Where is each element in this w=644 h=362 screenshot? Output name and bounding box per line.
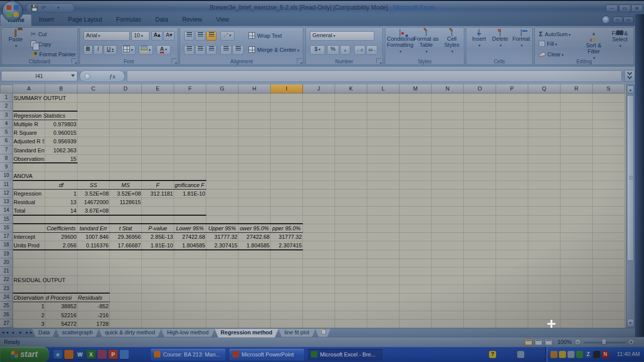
row-header-21[interactable]: 21: [0, 267, 13, 276]
cell-A4[interactable]: Multiple R: [14, 121, 44, 128]
cell-C25[interactable]: -852: [78, 303, 109, 310]
cell-B16[interactable]: Coefficients: [46, 225, 76, 232]
tab-data[interactable]: Data: [148, 14, 175, 26]
grow-font-button[interactable]: A▴: [151, 31, 163, 41]
insert-worksheet-tab[interactable]: [315, 329, 331, 337]
messenger-icon[interactable]: [550, 351, 557, 358]
security-shield-icon[interactable]: [559, 351, 566, 358]
normal-view-button[interactable]: [524, 339, 533, 346]
column-header-F[interactable]: F: [174, 84, 206, 94]
cell-F17[interactable]: 27422.68: [175, 233, 205, 241]
column-header-R[interactable]: R: [560, 84, 593, 94]
format-as-table-button[interactable]: ✎ Format as Table: [414, 30, 439, 54]
cell-C26[interactable]: -216: [78, 312, 109, 319]
font-color-button[interactable]: A: [156, 45, 171, 55]
first-sheet-icon[interactable]: ◄◄: [1, 329, 8, 337]
tab-view[interactable]: View: [209, 14, 236, 26]
column-header-I[interactable]: I: [271, 84, 303, 94]
column-header-D[interactable]: D: [110, 84, 142, 94]
cell-B17[interactable]: 29600: [46, 233, 76, 241]
cell-B13[interactable]: 13: [46, 199, 76, 206]
taskbar-task[interactable]: Microsoft Excel - Bre...: [308, 349, 382, 360]
column-header-J[interactable]: J: [303, 84, 335, 94]
borders-button[interactable]: [121, 45, 135, 55]
display-settings-icon[interactable]: [568, 351, 575, 358]
select-all-corner[interactable]: [0, 84, 13, 94]
fill-button[interactable]: ↓ Fill: [539, 41, 557, 47]
cell-styles-button[interactable]: ✎ Cell Styles: [440, 30, 464, 54]
cell-D18[interactable]: 17.66687: [110, 242, 141, 249]
cell-D12[interactable]: 3.52E+08: [110, 190, 141, 198]
cell-B11[interactable]: df: [46, 182, 76, 189]
keys-icon[interactable]: [98, 350, 107, 359]
cell-A3[interactable]: Regression Statistics: [14, 112, 165, 120]
row-header-23[interactable]: 23: [0, 285, 13, 293]
row-header-15[interactable]: 15: [0, 215, 13, 224]
page-break-view-button[interactable]: [544, 339, 553, 346]
zoom-level[interactable]: 100%: [557, 339, 572, 345]
column-header-A[interactable]: A: [13, 84, 45, 94]
cell-A12[interactable]: Regression: [14, 190, 44, 198]
row-header-24[interactable]: 24: [0, 293, 13, 302]
fx-icon[interactable]: ƒx: [109, 72, 115, 80]
cell-C18[interactable]: 0.116376: [78, 242, 109, 249]
delete-cells-button[interactable]: ✕ Delete: [490, 30, 510, 48]
antivirus-icon[interactable]: [576, 351, 583, 358]
sheet-tab-data[interactable]: Data: [32, 329, 56, 337]
conditional-formatting-button[interactable]: ■■ Conditional Formatting: [387, 30, 413, 54]
expand-formula-bar-button[interactable]: [624, 70, 635, 82]
shrink-font-button[interactable]: A▾: [164, 31, 175, 41]
column-header-B[interactable]: B: [45, 84, 77, 94]
vertical-scroll-thumb[interactable]: [627, 95, 634, 261]
column-header-N[interactable]: N: [432, 84, 464, 94]
row-header-12[interactable]: 12: [0, 189, 13, 198]
cell-C12[interactable]: 3.52E+08: [78, 190, 109, 198]
paste-dropdown-icon[interactable]: [14, 42, 17, 48]
font-size-select[interactable]: 10: [131, 31, 149, 41]
cell-B4[interactable]: 0.979803: [46, 121, 76, 128]
row-header-18[interactable]: 18: [0, 241, 13, 249]
cell-A10[interactable]: ANOVA: [14, 172, 165, 180]
office-button[interactable]: [2, 1, 23, 22]
tab-page-layout[interactable]: Page Layout: [61, 14, 109, 26]
cell-B7[interactable]: 1062.363: [46, 147, 76, 154]
cell-A7[interactable]: Standard Erro: [14, 147, 44, 154]
column-header-S[interactable]: S: [593, 84, 625, 94]
cell-F11[interactable]: gnificance F: [175, 182, 205, 189]
cell-C14[interactable]: 3.67E+08: [78, 207, 109, 215]
paste-button[interactable]: Paste: [5, 30, 27, 48]
firefox-icon[interactable]: [64, 350, 73, 359]
row-header-22[interactable]: 22: [0, 276, 13, 284]
sheet-tab-high-low-method[interactable]: High-low method: [161, 329, 215, 337]
formula-input[interactable]: [127, 70, 622, 82]
taskbar-task[interactable]: Course: BA 213: Man...: [151, 349, 225, 360]
row-header-13[interactable]: 13: [0, 198, 13, 206]
column-header-L[interactable]: L: [367, 84, 399, 94]
name-box[interactable]: I41: [1, 71, 77, 81]
number-format-select[interactable]: General: [310, 31, 374, 41]
zoom-slider-thumb[interactable]: [602, 339, 606, 345]
row-header-3[interactable]: 3: [0, 111, 13, 120]
cell-I16[interactable]: pper 95.0%: [271, 225, 302, 232]
align-right-button[interactable]: [206, 45, 216, 55]
italic-button[interactable]: I: [94, 45, 103, 55]
row-header-17[interactable]: 17: [0, 232, 13, 241]
decrease-decimal-button[interactable]: .00→: [366, 45, 377, 55]
column-header-E[interactable]: E: [142, 84, 174, 94]
column-header-H[interactable]: H: [238, 84, 271, 94]
scroll-up-icon[interactable]: ▲: [627, 85, 634, 94]
row-header-5[interactable]: 5: [0, 128, 13, 137]
cell-E12[interactable]: 312.1181: [142, 190, 173, 198]
excel-icon[interactable]: X: [87, 350, 96, 359]
cell-A14[interactable]: Total: [14, 207, 44, 215]
internet-explorer-icon[interactable]: e: [53, 350, 62, 359]
cell-I18[interactable]: 2.307415: [271, 242, 302, 249]
cell-A17[interactable]: Intercept: [14, 233, 44, 241]
cell-A1[interactable]: SUMMARY OUTPUT: [14, 95, 165, 102]
column-header-O[interactable]: O: [464, 84, 496, 94]
column-header-M[interactable]: M: [399, 84, 432, 94]
cell-F16[interactable]: Lower 95%: [175, 225, 205, 232]
workbook-restore-button[interactable]: ▭: [623, 17, 633, 23]
cell-G16[interactable]: Upper 95%: [207, 225, 237, 232]
word-icon[interactable]: W: [75, 350, 85, 359]
